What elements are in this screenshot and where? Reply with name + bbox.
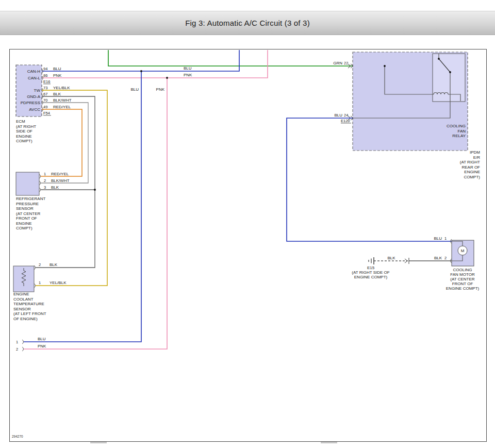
junction-dot <box>140 70 142 72</box>
figure-title: Fig 3: Automatic A/C Circuit (3 of 3) <box>0 11 495 35</box>
pin-number: 86 <box>43 73 47 78</box>
pin-number: 2 <box>444 256 447 260</box>
caption-line: COMPT) <box>16 139 32 143</box>
pin-number: 94 <box>43 67 47 71</box>
caption-line: ENGINE COMPT) <box>446 286 480 291</box>
wire-label: YEL/BLK <box>50 280 67 285</box>
wire-label: BLU <box>434 236 442 241</box>
caption-line: REAR OF <box>461 165 480 170</box>
ground-symbol-icon <box>369 257 374 264</box>
wire-label: PNK <box>53 73 62 78</box>
wiring-diagram-svg: BLU PNK BLU PNK CAN-H CAN-L TW GND-A PDP… <box>10 49 486 441</box>
caption-line: FAN <box>457 129 466 134</box>
pin-number: 2 <box>39 262 41 267</box>
can-bus-wires: BLU PNK BLU PNK <box>24 50 385 349</box>
scrollbar-fragment <box>321 442 337 443</box>
pin-number: 3 <box>44 185 46 190</box>
caption-line: (AT CENTER <box>16 211 40 216</box>
ipdm-module: COOLING FAN RELAY GRN 22 BLU 24 E120 IPD… <box>333 52 480 179</box>
pin-number: 24 <box>344 113 348 118</box>
wire-label: GRN <box>333 61 342 65</box>
wire-label: BLK <box>50 262 58 267</box>
caption-line: REFRIGERANT <box>16 196 45 201</box>
caption-line: SENSOR <box>13 307 31 311</box>
wire-label: BLK <box>51 185 59 190</box>
caption-line: FAN MOTOR <box>450 272 475 277</box>
diagram-canvas: BLU PNK BLU PNK CAN-H CAN-L TW GND-A PDP… <box>9 49 487 442</box>
ecm-signal: GND-A <box>27 94 40 99</box>
connector-id: E16 <box>43 79 50 84</box>
caption-line: RELAY <box>452 134 466 138</box>
caption-line: ENGINE <box>16 221 32 226</box>
pin-number: 67 <box>43 92 47 96</box>
wire-label: BLU <box>53 67 61 71</box>
caption-line: ENGINE <box>464 170 480 174</box>
caption-line: COOLING <box>447 124 466 128</box>
caption-line: FRONT OF <box>452 281 473 286</box>
red-yel-wire <box>41 109 82 176</box>
caption-line: (AT LEFT FRONT <box>13 311 46 316</box>
caption-line: OF ENGINE) <box>13 317 38 321</box>
wire-label: RED/YEL <box>51 172 69 176</box>
caption-line: SENSOR <box>16 206 34 211</box>
caption-line: IPDM <box>470 150 480 155</box>
caption-line: E15 <box>367 266 375 270</box>
connector-id: E120 <box>341 119 350 123</box>
pin-number: 70 <box>43 98 47 103</box>
grn-wire <box>108 50 385 66</box>
ecm-signal: CAN-H <box>27 69 41 74</box>
ecm-signal: PDPRESS <box>21 101 40 105</box>
caption-line: (AT CENTER <box>450 277 474 281</box>
ecm-module: CAN-H CAN-L TW GND-A PDPRESS AVCC 94 86 … <box>16 65 72 143</box>
caption-line: (AT RIGHT SIDE OF <box>352 270 389 275</box>
caption-line: E/R <box>473 155 481 160</box>
caption-line: COMPT) <box>464 175 480 179</box>
ecm-signal: AVCC <box>29 107 40 112</box>
junction-dot <box>438 58 440 60</box>
connector-id: F54 <box>43 111 50 115</box>
wire-label: YEL/BLK <box>53 86 70 90</box>
caption-line: COOLANT <box>13 297 34 302</box>
pin-number: 1 <box>444 236 447 241</box>
pin-number: 22 <box>344 61 348 65</box>
figure-title-bar: Fig 3: Automatic A/C Circuit (3 of 3) <box>0 11 495 35</box>
wire-label: RED/YEL <box>53 105 71 109</box>
wire-label: BLK/WHT <box>51 178 70 183</box>
wire-label: PNK <box>38 344 46 349</box>
ecm-signal: TW <box>34 88 41 93</box>
junction-dot <box>449 71 451 73</box>
scrollbar-fragment <box>90 442 107 443</box>
wire-label: BLK <box>387 256 395 260</box>
pin-number: 1 <box>16 340 18 344</box>
wire-label: BLK/WHT <box>53 98 72 103</box>
caption-line: TEMPERATURE <box>13 302 44 306</box>
pin-number: 1 <box>44 172 46 176</box>
wire-label: PNK <box>184 73 192 77</box>
wire-label: BLK <box>434 256 442 260</box>
pin-brackets <box>22 340 23 351</box>
connector-chevron-icon <box>405 259 407 263</box>
document-id: 294270 <box>12 435 23 438</box>
ecm-signal: CAN-L <box>28 76 41 80</box>
wire-label: BLU <box>334 113 342 118</box>
caption-line: ECM <box>16 119 25 124</box>
yel-blk-wire <box>36 90 107 286</box>
caption-line: COOLING <box>453 268 472 272</box>
pin-number: 73 <box>43 86 47 90</box>
pnk-can-l-wire <box>42 50 268 78</box>
ect-sensor: 2 BLK 1 YEL/BLK ENGINE COOLANT TEMPERATU… <box>13 262 67 321</box>
wire-label: BLU <box>130 87 139 92</box>
blu-can-h-wire <box>42 50 239 71</box>
caption-line: FRONT OF <box>16 216 37 221</box>
junction-dot <box>166 77 168 79</box>
caption-line: ENGINE <box>16 134 32 139</box>
caption-line: ENGINE COMPT) <box>354 275 388 279</box>
caption-line: COMPT) <box>16 226 32 230</box>
wire-label: PNK <box>156 87 165 92</box>
caption-line: SIDE OF <box>16 129 32 134</box>
junction-dot <box>94 189 96 191</box>
caption-line: ENGINE <box>13 292 29 296</box>
pin-number: 1 <box>39 280 41 285</box>
caption-line: (AT RIGHT <box>460 160 480 164</box>
page: Fig 3: Automatic A/C Circuit (3 of 3) BL… <box>0 0 495 448</box>
